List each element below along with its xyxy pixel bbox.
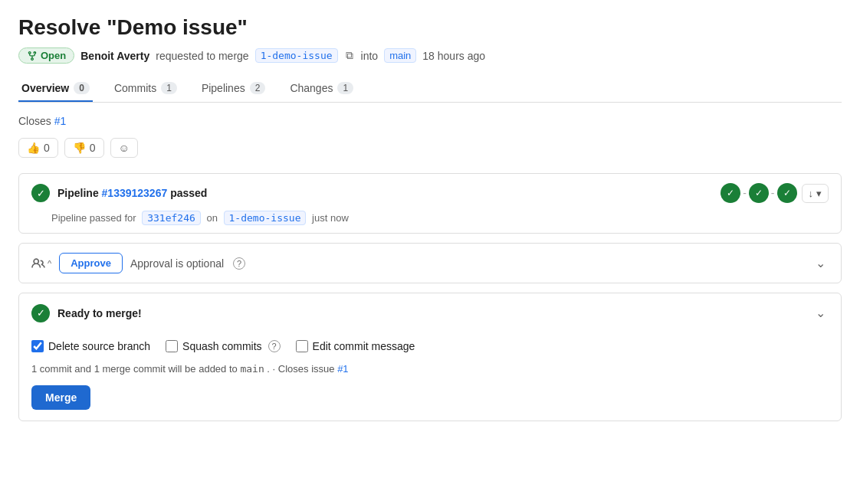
closes-issue-link[interactable]: #1 bbox=[54, 115, 67, 127]
pipeline-id-link[interactable]: #1339123267 bbox=[102, 187, 168, 199]
page-title: Resolve "Demo issue" bbox=[18, 15, 842, 40]
squash-help-icon[interactable]: ? bbox=[268, 340, 281, 352]
tab-pipelines[interactable]: Pipelines 2 bbox=[199, 76, 269, 102]
thumbs-up-reaction[interactable]: 👍 0 bbox=[18, 138, 58, 158]
approvals-collapse-button[interactable]: ⌄ bbox=[812, 253, 829, 273]
approval-text: Approval is optional bbox=[130, 257, 224, 270]
reactions-bar: 👍 0 👎 0 ☺ bbox=[18, 138, 842, 158]
copy-branch-button[interactable]: ⧉ bbox=[344, 49, 355, 62]
merge-card-header: ✓ Ready to merge! ⌄ bbox=[19, 293, 841, 332]
tab-changes-count: 1 bbox=[337, 82, 353, 94]
pipeline-branch-badge: 1-demo-issue bbox=[224, 211, 307, 225]
tab-changes[interactable]: Changes 1 bbox=[287, 76, 356, 102]
delete-branch-checkbox[interactable] bbox=[31, 340, 44, 352]
merge-collapse-button[interactable]: ⌄ bbox=[812, 303, 829, 323]
merge-icon bbox=[27, 51, 38, 61]
squash-commits-checkbox-label[interactable]: Squash commits ? bbox=[166, 340, 280, 352]
download-icon: ↓ bbox=[809, 188, 814, 199]
pipeline-card: ✓ Pipeline #1339123267 passed ✓ - ✓ - ✓ … bbox=[18, 173, 842, 234]
edit-commit-checkbox-label[interactable]: Edit commit message bbox=[296, 340, 415, 352]
approvers-icon: ^ bbox=[31, 257, 51, 270]
pipeline-checks: ✓ - ✓ - ✓ bbox=[720, 183, 796, 203]
merge-issue-link[interactable]: #1 bbox=[337, 363, 348, 375]
pipeline-status-icon: ✓ bbox=[31, 184, 50, 202]
squash-commits-checkbox[interactable] bbox=[166, 340, 178, 352]
merge-button[interactable]: Merge bbox=[31, 385, 90, 410]
open-badge: Open bbox=[18, 47, 74, 64]
merge-card: ✓ Ready to merge! ⌄ Delete source branch… bbox=[18, 293, 842, 421]
thumbs-up-emoji: 👍 bbox=[27, 142, 40, 154]
merge-header-left: ✓ Ready to merge! bbox=[31, 304, 142, 322]
approvals-header-left: ^ Approve Approval is optional ? bbox=[31, 253, 245, 273]
smiley-emoji: ☺ bbox=[119, 142, 130, 154]
pipeline-sub-text: Pipeline passed for 331ef246 on 1-demo-i… bbox=[19, 212, 841, 233]
merge-ready-label: Ready to merge! bbox=[57, 307, 142, 319]
thumbs-down-reaction[interactable]: 👎 0 bbox=[64, 138, 104, 158]
pipeline-actions: ✓ - ✓ - ✓ ↓ ▾ bbox=[720, 183, 829, 203]
approvals-card: ^ Approve Approval is optional ? ⌄ bbox=[18, 243, 842, 283]
dropdown-arrow: ▾ bbox=[816, 188, 822, 199]
thumbs-down-emoji: 👎 bbox=[73, 142, 86, 154]
pipeline-download-button[interactable]: ↓ ▾ bbox=[802, 184, 829, 203]
pipeline-card-header: ✓ Pipeline #1339123267 passed ✓ - ✓ - ✓ … bbox=[19, 174, 841, 212]
merge-options: Delete source branch Squash commits ? Ed… bbox=[19, 332, 841, 360]
check-icon-2: ✓ bbox=[749, 183, 769, 203]
target-branch-badge: main bbox=[384, 48, 416, 63]
time-ago: 18 hours ago bbox=[422, 50, 485, 62]
source-branch-badge: 1-demo-issue bbox=[255, 48, 338, 63]
merge-ready-icon: ✓ bbox=[31, 304, 50, 322]
mr-meta: Open Benoit Averty requested to merge 1-… bbox=[18, 47, 842, 64]
thumbs-up-count: 0 bbox=[44, 142, 50, 154]
edit-commit-checkbox[interactable] bbox=[296, 340, 308, 352]
action-text: requested to merge bbox=[156, 50, 248, 62]
tab-commits[interactable]: Commits 1 bbox=[111, 76, 180, 102]
tab-pipelines-count: 2 bbox=[250, 82, 266, 94]
squash-commits-label: Squash commits bbox=[182, 340, 261, 352]
pipeline-header-left: ✓ Pipeline #1339123267 passed bbox=[31, 184, 207, 202]
merge-info: 1 commit and 1 merge commit will be adde… bbox=[19, 360, 841, 382]
smiley-reaction[interactable]: ☺ bbox=[110, 138, 138, 158]
check-icon-3: ✓ bbox=[777, 183, 797, 203]
edit-commit-label: Edit commit message bbox=[313, 340, 415, 352]
check-icon-1: ✓ bbox=[720, 183, 740, 203]
into-text: into bbox=[361, 50, 379, 62]
tabs-nav: Overview 0 Commits 1 Pipelines 2 Changes… bbox=[18, 76, 842, 103]
delete-branch-label: Delete source branch bbox=[48, 340, 150, 352]
tab-overview-count: 0 bbox=[74, 82, 90, 94]
closes-section: Closes #1 bbox=[18, 115, 842, 127]
merge-info-branch: main bbox=[240, 363, 264, 375]
approval-help-icon[interactable]: ? bbox=[233, 257, 245, 270]
thumbs-down-count: 0 bbox=[90, 142, 96, 154]
pipeline-commit-hash: 331ef246 bbox=[142, 211, 201, 225]
approvals-card-header: ^ Approve Approval is optional ? ⌄ bbox=[19, 244, 841, 283]
delete-branch-checkbox-label[interactable]: Delete source branch bbox=[31, 340, 150, 352]
pipeline-title: Pipeline #1339123267 passed bbox=[57, 187, 207, 199]
tab-commits-count: 1 bbox=[161, 82, 177, 94]
tab-overview[interactable]: Overview 0 bbox=[18, 76, 93, 102]
author-name: Benoit Averty bbox=[80, 50, 149, 62]
approve-button[interactable]: Approve bbox=[59, 253, 123, 273]
